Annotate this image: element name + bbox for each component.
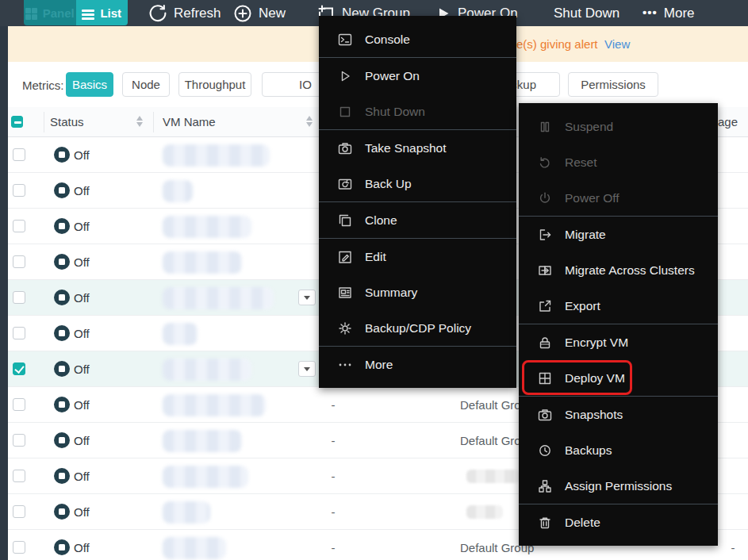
- menu-item-more[interactable]: More: [319, 347, 516, 382]
- list-view-button[interactable]: List: [76, 0, 129, 25]
- menu-item-edit[interactable]: Edit: [319, 239, 516, 274]
- row-checkbox[interactable]: [13, 362, 25, 375]
- menu-item-label: Power On: [365, 69, 420, 83]
- vm-name-redacted: [163, 323, 198, 345]
- more-button[interactable]: •••More: [643, 0, 695, 26]
- menu-item-label: Migrate Across Clusters: [565, 263, 695, 278]
- metrics-tab-throughput[interactable]: Throughput: [178, 72, 251, 97]
- status-label: Off: [74, 351, 90, 387]
- menu-item-power-on[interactable]: Power On: [319, 58, 516, 94]
- menu-item-label: Clone: [365, 213, 397, 228]
- menu-item-label: Reset: [565, 155, 597, 170]
- status-label: Off: [74, 316, 90, 351]
- row-checkbox[interactable]: [13, 541, 25, 554]
- column-header-status[interactable]: Status: [50, 107, 84, 137]
- menu-item-console[interactable]: Console: [319, 21, 516, 57]
- group-redacted: [466, 470, 520, 483]
- row-checkbox[interactable]: [13, 184, 25, 197]
- vm-name-redacted: [163, 430, 242, 452]
- status-off-icon: [54, 468, 70, 484]
- vm-name-redacted: [163, 251, 242, 274]
- vm-name-redacted: [163, 394, 266, 416]
- menu-item-label: Shut Down: [365, 105, 425, 119]
- status-off-icon: [54, 539, 70, 555]
- panel-view-button[interactable]: Panel: [24, 0, 76, 25]
- menu-item-back-up[interactable]: Back Up: [319, 166, 516, 201]
- group-redacted: [466, 505, 503, 519]
- menu-item-take-snapshot[interactable]: Take Snapshot: [319, 130, 516, 166]
- column-header-usage-fragment[interactable]: age: [718, 107, 738, 137]
- select-all-checkbox[interactable]: [11, 116, 23, 128]
- menu-item-summary[interactable]: Summary: [319, 274, 516, 310]
- status-off-icon: [54, 182, 70, 198]
- status-off-icon: [54, 218, 70, 234]
- row-checkbox[interactable]: [13, 255, 25, 268]
- view-toggle: Panel List: [24, 0, 128, 25]
- row-checkbox[interactable]: [13, 327, 25, 339]
- menu-item-label: Encrypt VM: [565, 336, 628, 350]
- status-sort-control[interactable]: [136, 116, 143, 127]
- menu-item-label: Backups: [565, 443, 612, 458]
- menu-item-label: Suspend: [565, 120, 613, 134]
- vm-name-redacted: [163, 537, 226, 559]
- status-label: Off: [74, 209, 90, 244]
- row-checkbox[interactable]: [13, 291, 25, 304]
- cell-empty-value: -: [324, 458, 343, 494]
- panel-view-label: Panel: [43, 6, 75, 20]
- menu-item-label: Delete: [565, 516, 600, 530]
- menu-item-encrypt-vm[interactable]: Encrypt VM: [519, 324, 718, 360]
- export-icon: [537, 298, 553, 314]
- vm-name-sort-control[interactable]: [306, 116, 313, 127]
- cell-empty-value: -: [324, 423, 343, 458]
- backup-folder-icon: [337, 176, 353, 192]
- menu-item-snapshots[interactable]: Snapshots: [519, 397, 718, 432]
- row-checkbox[interactable]: [13, 434, 25, 447]
- row-checkbox[interactable]: [13, 505, 25, 518]
- camera-icon: [537, 407, 553, 423]
- row-checkbox[interactable]: [13, 148, 25, 161]
- menu-item-label: More: [365, 358, 393, 372]
- clock-icon: [537, 443, 553, 458]
- menu-item-migrate[interactable]: Migrate: [519, 217, 718, 252]
- cell-empty-value: -: [324, 530, 343, 560]
- menu-item-assign-permissions[interactable]: Assign Permissions: [519, 468, 718, 504]
- menu-item-migrate-across-clusters[interactable]: Migrate Across Clusters: [519, 252, 718, 288]
- menu-item-backups[interactable]: Backups: [519, 432, 718, 468]
- metrics-tab-node[interactable]: Node: [122, 72, 170, 97]
- collapsed-sidebar-strip: [0, 0, 8, 560]
- status-off-icon: [54, 290, 70, 305]
- menu-item-export[interactable]: Export: [519, 288, 718, 324]
- menu-item-suspend: Suspend: [519, 109, 718, 144]
- column-header-vm-name[interactable]: VM Name: [163, 107, 216, 137]
- status-off-icon: [54, 254, 70, 270]
- status-label: Off: [74, 494, 90, 530]
- row-checkbox[interactable]: [13, 470, 25, 482]
- metrics-tab-basics[interactable]: Basics: [66, 72, 113, 97]
- clone-icon: [337, 213, 353, 228]
- panel-grid-icon: [25, 8, 37, 20]
- menu-item-clone[interactable]: Clone: [319, 202, 516, 238]
- status-label: Off: [74, 458, 90, 494]
- row-checkbox[interactable]: [13, 398, 25, 411]
- org-chart-icon: [537, 478, 553, 494]
- menu-item-delete[interactable]: Delete: [519, 504, 718, 540]
- menu-item-backup-cdp-policy[interactable]: Backup/CDP Policy: [319, 310, 516, 346]
- status-off-icon: [54, 325, 70, 341]
- cell-empty-value: -: [723, 530, 742, 560]
- refresh-button[interactable]: Refresh: [148, 0, 221, 26]
- row-dropdown-button[interactable]: [298, 361, 316, 377]
- reset-icon: [537, 155, 553, 171]
- menu-item-label: Summary: [365, 286, 417, 300]
- play-outline-icon: [337, 68, 353, 84]
- shut-down-button[interactable]: Shut Down: [554, 0, 619, 26]
- alert-message-fragment: e(s) giving alert: [516, 26, 598, 62]
- row-checkbox[interactable]: [13, 220, 25, 232]
- status-label: Off: [74, 244, 90, 280]
- alert-view-link[interactable]: View: [604, 26, 630, 62]
- menu-item-deploy-vm[interactable]: Deploy VM: [519, 360, 718, 396]
- row-dropdown-button[interactable]: [298, 290, 316, 305]
- cell-empty-value: -: [324, 494, 343, 530]
- column-divider: [153, 112, 154, 132]
- new-button[interactable]: New: [233, 0, 286, 26]
- metrics-tab-permissions[interactable]: Permissions: [568, 72, 658, 97]
